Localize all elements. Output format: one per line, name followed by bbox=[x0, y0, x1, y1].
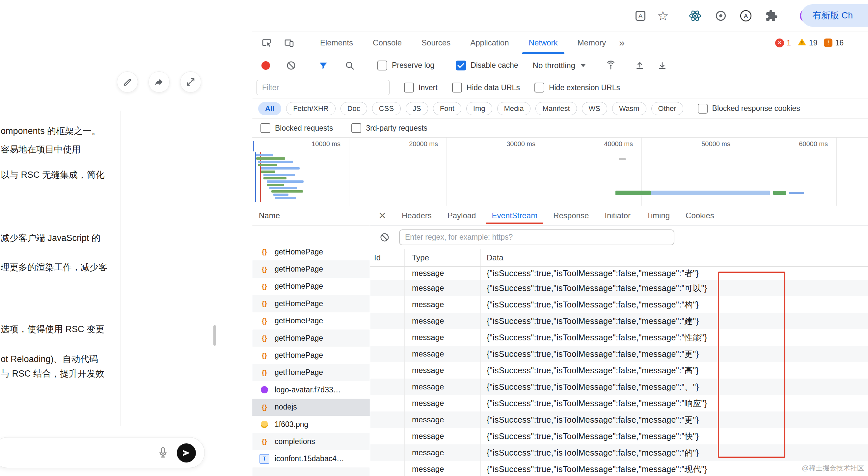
resource-filter-chip[interactable]: All bbox=[258, 102, 281, 115]
preserve-log-checkbox[interactable]: Preserve log bbox=[377, 61, 434, 70]
request-name: getHomePage bbox=[275, 316, 323, 325]
throttling-select[interactable]: No throttling bbox=[533, 61, 586, 70]
resource-filter-chip[interactable]: Doc bbox=[340, 102, 367, 115]
name-column-header[interactable]: Name bbox=[252, 206, 370, 225]
network-overview-timeline[interactable]: 10000 ms 20000 ms 30000 ms 40000 ms 5000… bbox=[252, 137, 868, 206]
event-id-cell bbox=[370, 444, 405, 461]
request-type-icon bbox=[259, 265, 269, 273]
resource-filter-chip[interactable]: Other bbox=[651, 102, 683, 115]
page-text-line: 选项，使得使用 RSC 变更 bbox=[1, 323, 104, 335]
svg-text:A: A bbox=[744, 12, 748, 20]
event-row[interactable]: message {"isSuccess":true,"isToolMessage… bbox=[370, 280, 868, 296]
filter-row: Invert Hide data URLs Hide extension URL… bbox=[252, 77, 868, 98]
event-type-cell: message bbox=[405, 329, 481, 346]
network-conditions-icon[interactable] bbox=[604, 59, 617, 72]
export-har-icon[interactable] bbox=[656, 59, 669, 72]
filter-input[interactable] bbox=[256, 80, 390, 95]
request-row[interactable]: getHomePage bbox=[252, 329, 370, 347]
resource-filter-chip[interactable]: Manifest bbox=[535, 102, 577, 115]
third-party-requests-checkbox[interactable]: 3rd-party requests bbox=[351, 123, 427, 133]
detail-tab[interactable]: Headers bbox=[394, 206, 440, 225]
request-row[interactable] bbox=[252, 468, 370, 476]
hide-extension-urls-checkbox[interactable]: Hide extension URLs bbox=[534, 83, 620, 93]
a-extension-icon[interactable]: A bbox=[739, 8, 753, 23]
resource-filter-chip[interactable]: CSS bbox=[372, 102, 401, 115]
record-button[interactable] bbox=[261, 61, 270, 70]
event-row[interactable]: message {"isSuccess":true,"isToolMessage… bbox=[370, 267, 868, 280]
event-row[interactable]: message {"isSuccess":true,"isToolMessage… bbox=[370, 313, 868, 329]
request-row[interactable]: getHomePage bbox=[252, 295, 370, 312]
event-row[interactable]: message {"isSuccess":true,"isToolMessage… bbox=[370, 461, 868, 476]
send-button[interactable] bbox=[177, 443, 196, 463]
waterfall-bar bbox=[264, 177, 286, 180]
resource-filter-chip[interactable]: WS bbox=[582, 102, 607, 115]
page-scrollbar-thumb[interactable] bbox=[213, 325, 216, 346]
event-row[interactable]: message {"isSuccess":true,"isToolMessage… bbox=[370, 296, 868, 313]
devtools-tab[interactable]: Elements bbox=[310, 32, 363, 54]
issues-icon[interactable]: ! bbox=[824, 38, 832, 47]
warning-icon[interactable] bbox=[798, 38, 806, 48]
request-row[interactable]: getHomePage bbox=[252, 312, 370, 329]
request-row[interactable]: completions bbox=[252, 433, 370, 450]
blocked-response-cookies-checkbox[interactable]: Blocked response cookies bbox=[698, 104, 800, 114]
react-extension-icon[interactable] bbox=[688, 8, 702, 23]
devtools-tab[interactable]: Network bbox=[519, 32, 568, 54]
extensions-puzzle-icon[interactable] bbox=[764, 8, 779, 23]
detail-tab[interactable]: Cookies bbox=[678, 206, 722, 225]
detail-tab[interactable]: Initiator bbox=[597, 206, 639, 225]
device-toolbar-icon[interactable] bbox=[282, 36, 296, 50]
resource-filter-chip[interactable]: Font bbox=[433, 102, 461, 115]
event-row[interactable]: message {"isSuccess":true,"isToolMessage… bbox=[370, 395, 868, 411]
event-regex-input[interactable] bbox=[399, 229, 674, 245]
circle-extension-icon[interactable] bbox=[714, 8, 728, 23]
resource-filter-chip[interactable]: Fetch/XHR bbox=[286, 102, 336, 115]
bookmark-star-icon[interactable]: ☆ bbox=[657, 9, 669, 22]
request-row[interactable]: nodejs bbox=[252, 399, 370, 416]
detail-tab[interactable]: Response bbox=[545, 206, 597, 225]
chat-input[interactable] bbox=[6, 441, 137, 464]
inspect-element-icon[interactable] bbox=[260, 36, 273, 50]
hide-data-urls-checkbox[interactable]: Hide data URLs bbox=[452, 83, 520, 93]
close-icon[interactable]: × bbox=[375, 210, 390, 222]
request-row[interactable]: getHomePage bbox=[252, 364, 370, 381]
import-har-icon[interactable] bbox=[633, 59, 646, 72]
microphone-icon[interactable] bbox=[156, 446, 169, 461]
devtools-tab[interactable]: Application bbox=[460, 32, 519, 54]
detail-tab[interactable]: Timing bbox=[639, 206, 678, 225]
devtools-tab[interactable]: Console bbox=[363, 32, 412, 54]
blocked-requests-checkbox[interactable]: Blocked requests bbox=[260, 123, 333, 133]
resource-filter-chip[interactable]: Img bbox=[466, 102, 492, 115]
search-icon[interactable] bbox=[343, 59, 356, 72]
chrome-update-button[interactable]: 有新版 Ch bbox=[801, 4, 868, 27]
event-row[interactable]: message {"isSuccess":true,"isToolMessage… bbox=[370, 379, 868, 395]
event-row[interactable]: message {"isSuccess":true,"isToolMessage… bbox=[370, 411, 868, 428]
devtools-tab[interactable]: Memory bbox=[568, 32, 616, 54]
issues-count: 16 bbox=[835, 38, 844, 47]
event-row[interactable]: message {"isSuccess":true,"isToolMessage… bbox=[370, 362, 868, 379]
request-row[interactable]: getHomePage bbox=[252, 278, 370, 295]
detail-tab[interactable]: Payload bbox=[440, 206, 484, 225]
translate-icon[interactable]: A bbox=[633, 8, 648, 23]
request-row[interactable]: 1f603.png bbox=[252, 416, 370, 433]
clear-events-icon[interactable] bbox=[378, 231, 391, 244]
resource-filter-chip[interactable]: Wasm bbox=[612, 102, 646, 115]
event-row[interactable]: message {"isSuccess":true,"isToolMessage… bbox=[370, 444, 868, 461]
resource-filter-chip[interactable]: Media bbox=[497, 102, 531, 115]
detail-tab[interactable]: EventStream bbox=[484, 206, 545, 225]
event-row[interactable]: message {"isSuccess":true,"isToolMessage… bbox=[370, 346, 868, 362]
disable-cache-checkbox[interactable]: Disable cache bbox=[456, 61, 518, 70]
request-row[interactable]: getHomePage bbox=[252, 260, 370, 278]
resource-filter-chip[interactable]: JS bbox=[406, 102, 428, 115]
request-row[interactable]: logo-avatar.f7d33… bbox=[252, 381, 370, 398]
request-row[interactable]: iconfont.15dabac4… bbox=[252, 450, 370, 468]
event-row[interactable]: message {"isSuccess":true,"isToolMessage… bbox=[370, 329, 868, 346]
request-row[interactable]: getHomePage bbox=[252, 243, 370, 260]
request-row[interactable]: getHomePage bbox=[252, 347, 370, 364]
error-icon[interactable]: × bbox=[775, 38, 784, 47]
devtools-tab[interactable]: Sources bbox=[412, 32, 460, 54]
event-row[interactable]: message {"isSuccess":true,"isToolMessage… bbox=[370, 428, 868, 444]
clear-icon[interactable] bbox=[284, 59, 298, 72]
more-tabs-icon[interactable]: » bbox=[619, 37, 625, 49]
invert-checkbox[interactable]: Invert bbox=[404, 83, 438, 93]
filter-icon[interactable] bbox=[317, 59, 330, 72]
